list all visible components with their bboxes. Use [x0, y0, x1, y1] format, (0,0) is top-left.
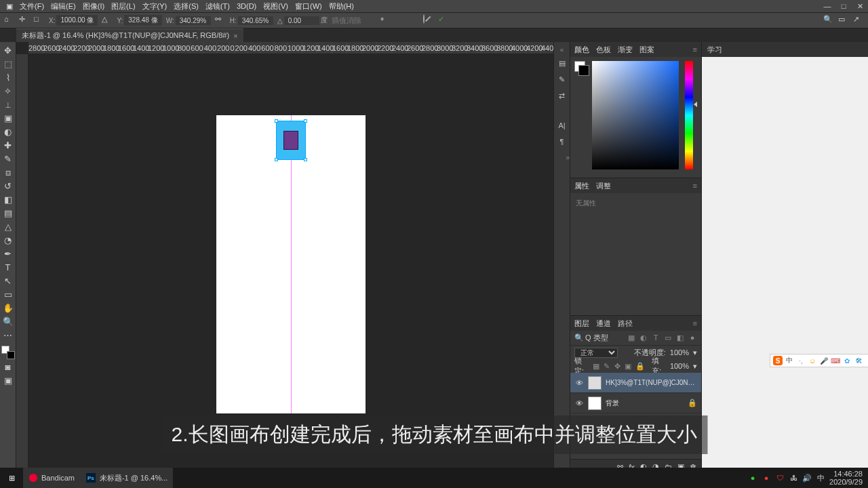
- document-tab[interactable]: 未标题-1 @ 16.4% (HK]3%@T1T(NUP@]CJ0NR4LF, …: [16, 28, 243, 42]
- window-close[interactable]: ✕: [852, 0, 868, 12]
- placed-smart-object[interactable]: [276, 121, 306, 160]
- x-value[interactable]: 1000.00 像: [56, 15, 98, 26]
- brush-tool[interactable]: ✎: [2, 153, 14, 165]
- history-panel-icon[interactable]: ▤: [557, 59, 568, 70]
- ime-lang-button[interactable]: 中: [785, 356, 794, 365]
- tray-shield-icon[interactable]: 🛡: [775, 473, 785, 483]
- ime-voice-icon[interactable]: 🎤: [819, 356, 829, 365]
- taskbar-clock[interactable]: 14:46:28 2020/9/29: [829, 470, 863, 486]
- blur-tool[interactable]: △: [2, 221, 14, 232]
- quickmask-tool[interactable]: ◙: [2, 361, 14, 373]
- tab-swatches[interactable]: 色板: [596, 45, 611, 55]
- interpolation-field[interactable]: 插值消除: [332, 16, 361, 26]
- more-tools[interactable]: ⋯: [2, 329, 14, 341]
- fg-bg-swatch[interactable]: [574, 61, 589, 76]
- layer-name[interactable]: 背景: [606, 399, 684, 408]
- start-button[interactable]: ⊞: [0, 468, 23, 488]
- h-value[interactable]: 340.65%: [238, 16, 273, 25]
- lock-pixels-icon[interactable]: ✎: [604, 362, 610, 371]
- share-icon[interactable]: ↗: [853, 15, 864, 26]
- ime-punct-icon[interactable]: ·,: [796, 356, 806, 365]
- tab-channels[interactable]: 通道: [596, 319, 611, 329]
- taskbar-photoshop[interactable]: Ps 未标题-1 @ 16.4%...: [80, 468, 173, 488]
- tab-adjustments[interactable]: 调整: [596, 181, 611, 191]
- frame-tool[interactable]: ▣: [2, 113, 14, 124]
- lock-artboard-icon[interactable]: ▣: [625, 362, 631, 371]
- tab-paths[interactable]: 路径: [618, 319, 633, 329]
- window-maximize[interactable]: □: [835, 0, 852, 12]
- ime-skin-icon[interactable]: ✿: [842, 356, 852, 365]
- tab-gradients[interactable]: 渐变: [618, 45, 633, 55]
- filter-adjust-icon[interactable]: ◐: [639, 333, 648, 343]
- ime-settings-icon[interactable]: ≡: [865, 356, 868, 365]
- window-minimize[interactable]: —: [819, 0, 835, 12]
- zoom-tool[interactable]: 🔍: [2, 316, 14, 327]
- visibility-icon[interactable]: 👁: [574, 399, 584, 407]
- heal-tool[interactable]: ✚: [2, 140, 14, 151]
- gradient-tool[interactable]: ▤: [2, 207, 14, 219]
- panel-menu-icon[interactable]: ≡: [693, 45, 697, 54]
- ime-float-bar[interactable]: S 中 ·, ☺ 🎤 ⌨ ✿ 🛠 ≡: [770, 354, 868, 367]
- ime-toolbox-icon[interactable]: 🛠: [854, 356, 863, 365]
- crop-tool[interactable]: ⟂: [2, 99, 14, 110]
- transform-handle-br[interactable]: [304, 158, 307, 161]
- fill-value[interactable]: 100%: [670, 362, 689, 370]
- home-icon[interactable]: ⌂: [4, 15, 15, 26]
- tray-volume-icon[interactable]: 🔊: [802, 473, 812, 483]
- lock-all-icon[interactable]: 🔒: [635, 362, 644, 371]
- hue-slider[interactable]: [685, 61, 693, 169]
- tab-learn[interactable]: 学习: [707, 45, 722, 55]
- transform-ref-icon[interactable]: ✛: [19, 15, 30, 26]
- w-value[interactable]: 340.29%: [176, 16, 211, 25]
- transform-handle-bl[interactable]: [275, 158, 278, 161]
- lasso-tool[interactable]: ⌇: [2, 72, 14, 83]
- menu-select[interactable]: 选择(S): [170, 1, 202, 12]
- shape-tool[interactable]: ▭: [2, 289, 14, 300]
- move-tool[interactable]: ✥: [2, 45, 14, 56]
- dodge-tool[interactable]: ◔: [2, 235, 14, 246]
- search-icon[interactable]: 🔍: [823, 15, 834, 26]
- hue-indicator[interactable]: [694, 102, 697, 107]
- tab-layers[interactable]: 图层: [574, 319, 589, 329]
- eraser-tool[interactable]: ◧: [2, 194, 14, 205]
- filter-type-icon[interactable]: T: [651, 333, 660, 343]
- workspace-icon[interactable]: ▭: [838, 15, 849, 26]
- tray-wechat-icon[interactable]: ●: [748, 473, 757, 483]
- color-swatches[interactable]: [1, 346, 15, 359]
- canvas[interactable]: [216, 115, 366, 413]
- layer-item-background[interactable]: 👁 背景 🔒: [570, 393, 701, 413]
- history-brush-tool[interactable]: ↺: [2, 180, 14, 192]
- filter-pixel-icon[interactable]: ▦: [627, 333, 636, 343]
- menu-layer[interactable]: 图层(L): [108, 1, 138, 12]
- type-tool[interactable]: T: [2, 262, 14, 273]
- opacity-value[interactable]: 100%: [670, 348, 689, 357]
- y-value[interactable]: 328.48 像: [124, 15, 161, 26]
- layer-thumbnail[interactable]: [588, 376, 601, 390]
- pen-tool[interactable]: ✒: [2, 248, 14, 260]
- brush-settings-panel-icon[interactable]: ⇄: [557, 92, 568, 102]
- visibility-icon[interactable]: 👁: [574, 379, 584, 387]
- commit-transform-icon[interactable]: ✓: [438, 15, 449, 26]
- ime-logo-icon[interactable]: S: [773, 356, 783, 365]
- filter-shape-icon[interactable]: ▭: [663, 333, 673, 343]
- menu-help[interactable]: 帮助(H): [326, 1, 357, 12]
- props-panel-menu-icon[interactable]: ≡: [693, 182, 697, 190]
- menu-file[interactable]: 文件(F): [16, 1, 47, 12]
- tab-properties[interactable]: 属性: [574, 181, 589, 191]
- warp-icon[interactable]: ⚬: [379, 15, 390, 26]
- paragraph-panel-icon[interactable]: ¶: [557, 138, 568, 148]
- filter-toggle-icon[interactable]: ●: [688, 333, 697, 343]
- marquee-tool[interactable]: ⬚: [2, 58, 14, 70]
- eyedropper-tool[interactable]: ◐: [2, 126, 14, 138]
- tab-color[interactable]: 颜色: [574, 45, 589, 55]
- menu-view[interactable]: 视图(V): [260, 1, 292, 12]
- expand-panels-icon[interactable]: «: [560, 46, 564, 54]
- menu-window[interactable]: 窗口(W): [292, 1, 326, 12]
- lock-position-icon[interactable]: ✥: [614, 362, 620, 371]
- fill-dropdown-icon[interactable]: ▾: [693, 362, 697, 371]
- layer-kind-select[interactable]: Q 类型: [585, 333, 608, 343]
- close-tab-icon[interactable]: ×: [233, 32, 237, 40]
- layer-name[interactable]: HK]3%@T1T(NUP@]CJ0NR4LF: [606, 379, 697, 386]
- tray-record-icon[interactable]: ●: [762, 473, 771, 483]
- angle-value[interactable]: 0.00: [284, 16, 319, 25]
